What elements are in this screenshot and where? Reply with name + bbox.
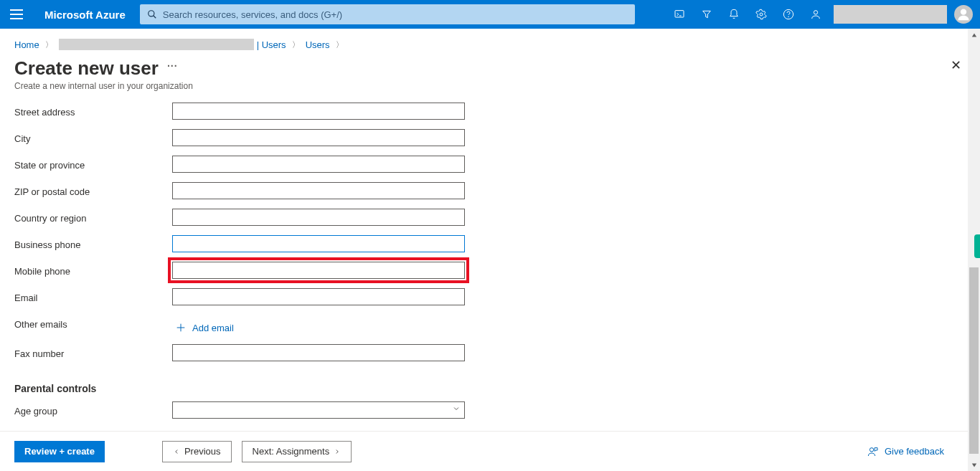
street-label: Street address	[14, 103, 172, 118]
svg-rect-2	[675, 11, 684, 17]
top-bar: Microsoft Azure	[0, 0, 980, 29]
side-tab-icon[interactable]	[974, 234, 980, 258]
business-phone-label: Business phone	[14, 235, 172, 250]
add-email-button[interactable]: Add email	[175, 322, 234, 333]
svg-line-1	[154, 16, 156, 19]
next-button[interactable]: Next: Assignments	[242, 441, 352, 462]
svg-point-9	[814, 11, 817, 14]
next-label: Next: Assignments	[253, 446, 330, 457]
age-group-select[interactable]	[172, 401, 465, 419]
breadcrumb: Home 〉 | Users 〉 Users 〉	[0, 29, 980, 53]
previous-label: Previous	[184, 446, 221, 457]
email-input[interactable]	[172, 288, 465, 305]
notifications-button[interactable]	[720, 0, 748, 29]
filter-button[interactable]	[693, 0, 720, 29]
city-label: City	[14, 129, 172, 144]
feedback-label: Give feedback	[885, 446, 944, 457]
svg-point-6	[760, 13, 763, 16]
page-title: Create new user	[14, 57, 159, 80]
review-create-button[interactable]: Review + create	[14, 441, 105, 462]
state-label: State or province	[14, 156, 172, 171]
age-group-label: Age group	[14, 401, 172, 417]
zip-input[interactable]	[172, 182, 465, 199]
form-area: Street address City State or province ZI…	[0, 97, 980, 428]
cloud-shell-button[interactable]	[666, 0, 693, 29]
country-input[interactable]	[172, 209, 465, 226]
business-phone-input[interactable]	[172, 235, 465, 252]
state-input[interactable]	[172, 156, 465, 173]
zip-label: ZIP or postal code	[14, 182, 172, 197]
brand-label: Microsoft Azure	[44, 9, 126, 21]
scroll-down-arrow[interactable]	[968, 459, 980, 471]
fax-input[interactable]	[172, 344, 465, 361]
chevron-right-icon: 〉	[336, 39, 344, 50]
other-emails-label: Other emails	[14, 315, 172, 330]
search-icon	[147, 9, 157, 19]
svg-point-0	[149, 11, 154, 16]
svg-point-10	[961, 9, 966, 15]
search-input[interactable]	[163, 9, 628, 20]
page-subtitle: Create a new internal user in your organ…	[14, 81, 966, 91]
more-actions-button[interactable]: ···	[167, 62, 178, 70]
mobile-phone-input[interactable]	[172, 262, 465, 279]
chevron-right-icon: 〉	[45, 39, 53, 50]
country-label: Country or region	[14, 209, 172, 224]
menu-toggle-button[interactable]	[10, 9, 23, 19]
chevron-right-icon: 〉	[292, 39, 300, 50]
footer-bar: Review + create Previous Next: Assignmen…	[0, 431, 980, 471]
tenant-picker[interactable]	[834, 5, 947, 24]
help-button[interactable]	[775, 0, 802, 29]
close-blade-button[interactable]: ✕	[951, 57, 961, 73]
svg-marker-4	[703, 11, 711, 17]
breadcrumb-tenant[interactable]	[59, 39, 254, 50]
breadcrumb-users[interactable]: Users	[306, 39, 330, 50]
mobile-phone-label: Mobile phone	[14, 262, 172, 277]
fax-label: Fax number	[14, 344, 172, 359]
svg-point-8	[788, 16, 789, 17]
parental-controls-heading: Parental controls	[14, 383, 966, 394]
account-avatar[interactable]	[954, 5, 973, 24]
svg-point-13	[870, 447, 873, 451]
person-feedback-icon	[867, 446, 879, 457]
add-email-label: Add email	[192, 323, 234, 333]
scroll-thumb[interactable]	[969, 267, 979, 454]
give-feedback-link[interactable]: Give feedback	[867, 446, 944, 457]
chevron-right-icon	[334, 448, 341, 455]
page-header: Create new user ··· Create a new interna…	[0, 53, 980, 91]
email-label: Email	[14, 288, 172, 303]
scroll-up-arrow[interactable]	[968, 29, 980, 41]
svg-marker-14	[971, 33, 976, 37]
breadcrumb-users-blade[interactable]: | Users	[257, 39, 286, 50]
previous-button[interactable]: Previous	[162, 441, 232, 462]
city-input[interactable]	[172, 129, 465, 146]
breadcrumb-home[interactable]: Home	[14, 39, 39, 50]
settings-button[interactable]	[748, 0, 775, 29]
global-search[interactable]	[140, 4, 635, 24]
street-input[interactable]	[172, 103, 465, 120]
svg-marker-15	[971, 463, 976, 467]
feedback-button[interactable]	[802, 0, 829, 29]
chevron-left-icon	[173, 448, 180, 455]
plus-icon	[175, 322, 187, 333]
